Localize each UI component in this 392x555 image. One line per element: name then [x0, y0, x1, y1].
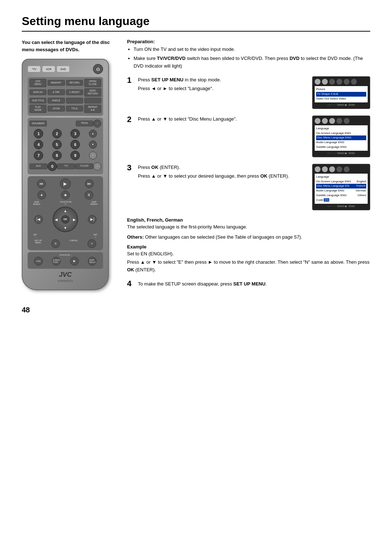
plus-button: + — [89, 151, 97, 159]
step-3: 3 Press OK (ENTER). Press ▲ or ▼ to sele… — [127, 164, 370, 210]
efg-note: English, French, German The selected lan… — [127, 217, 370, 231]
rewind-button: ⏮ — [37, 179, 46, 188]
power-icon: ⏻ — [96, 67, 100, 71]
next-chapter: ▶| — [88, 215, 97, 224]
screen-preview-3: Language On-Screen Language ENGEnglish D… — [312, 164, 370, 210]
osd-button: OSD — [34, 257, 43, 266]
step-2-main: Press ▲ or ▼ to select "Disc Menu Langua… — [138, 116, 309, 123]
num-5: 5 — [52, 140, 62, 149]
menu2-audio: Audio Language ENG — [316, 140, 366, 145]
step-3-content: Press OK (ENTER). Press ▲ or ▼ to select… — [138, 164, 370, 210]
minus-button: − — [93, 162, 101, 170]
set-buttons-row: SET− SET+ — [30, 234, 101, 238]
record-button: ● — [37, 191, 46, 199]
screen-nav-2: ↑↓←→ : Select ◆ : Enter — [315, 152, 368, 155]
atrk-button: A.TRK — [48, 89, 65, 95]
screen-icons-3 — [315, 166, 368, 172]
step-2-content: Press ▲ or ▼ to select "Disc Menu Langua… — [138, 116, 370, 157]
num-3: 3 — [70, 129, 80, 138]
nav-down-arrow: ▼ — [64, 226, 67, 230]
icon2-3 — [329, 118, 335, 124]
step-3-sub: Press ▲ or ▼ to select your desired lang… — [138, 173, 309, 180]
set-plus-label: SET+ — [90, 234, 101, 238]
preparation-header: Preparation: — [127, 39, 370, 44]
preparation-list: Turn ON the TV and set to the video inpu… — [127, 46, 370, 70]
ok-button: OK — [61, 215, 70, 224]
title-button: TITLE — [66, 106, 83, 112]
prep-step-1: Turn ON the TV and set to the video inpu… — [134, 46, 370, 53]
icon-2 — [322, 79, 328, 85]
icon2-2 — [322, 118, 328, 124]
step-1-sub: Press ◄ or ► to select "Language". — [138, 85, 309, 93]
others-text: Others: Other languages can be selected … — [127, 234, 370, 241]
num-8: 8 — [52, 151, 62, 160]
others-content: Other languages can be selected (See the… — [145, 234, 302, 240]
menu-item-videoout: Video Out Select Video — [316, 97, 366, 101]
empty2 — [84, 98, 101, 104]
prep-step-2: Make sure TV/VCR/DVD switch has been sli… — [134, 55, 370, 70]
intro-text: You can select the language of the disc … — [22, 39, 116, 53]
num-9: 9 — [70, 151, 80, 160]
display-button: DISPLAY — [29, 89, 46, 95]
setup-cancel-row: SET UPMENU ⚙ CANCEL ✕ — [30, 239, 101, 248]
icon3-5 — [344, 166, 350, 172]
screen-icons-2 — [315, 118, 368, 124]
step-4: 4 To make the SETUP screen disappear, pr… — [127, 280, 370, 288]
slow-row: TV/VCR PR − — [29, 254, 101, 256]
page-title: Setting menu language — [22, 15, 370, 32]
step-1-content: Press SET UP MENU in the stop mode. Pres… — [138, 76, 370, 109]
setup-menu-label: SET UPMENU — [34, 239, 42, 248]
skip-search-button: SKIPSRCH — [88, 257, 97, 266]
nav-right-arrow: ▶ — [73, 217, 76, 221]
menu3-onscreen: On-Screen Language ENGEnglish — [316, 179, 366, 184]
icon-3 — [329, 79, 335, 85]
prog-indicator: i — [93, 119, 101, 127]
example-text1: Set to EN (ENGLISH). — [127, 250, 370, 258]
stop-button: ■ — [61, 191, 70, 199]
zero-return-button: ZERO RETURN — [84, 88, 101, 97]
icon3-2 — [322, 166, 328, 172]
repeat-ab-button: REPEATA-B — [84, 105, 101, 113]
step-2: 2 Press ▲ or ▼ to select "Disc Menu Lang… — [127, 116, 370, 157]
empty1 — [66, 98, 83, 104]
return-button: RETURN — [66, 80, 83, 86]
skip-row: SKIP/INDEX ·TV/VCR PR ± SKIP/INDEX — [30, 201, 101, 205]
tv-label: *TV — [57, 163, 75, 169]
num-1: 1 — [34, 129, 43, 138]
num-0: 0 — [48, 162, 57, 171]
prog-button: PROG — [76, 121, 93, 126]
remote-control: *TV VCR DVD ⏻ DVDMENU MEMORY RETURN OPEN… — [22, 59, 109, 290]
top-buttons: *TV VCR DVD — [28, 66, 70, 72]
tv-button: *TV — [28, 66, 41, 72]
icon2-1 — [315, 118, 320, 124]
page-number: 48 — [22, 306, 370, 314]
others-note: Others: Other languages can be selected … — [127, 234, 370, 241]
jvc-logo: JVC — [28, 271, 103, 279]
pause-button: ⏸ — [85, 191, 93, 199]
dvd-button: DVD — [57, 66, 70, 72]
screen-nav-3: ↑↓←→ : Select ◆ : Enter — [315, 205, 368, 208]
step-3-main: Press OK (ENTER). — [138, 164, 309, 171]
num-7: 7 — [34, 151, 43, 160]
num-4: 4 — [34, 140, 43, 149]
right-column: Preparation: Turn ON the TV and set to t… — [127, 39, 370, 291]
nav-left-arrow: ◀ — [55, 217, 58, 221]
bottom-controls: TV/VCR PR − OSD A.MONITOR ▶ SKIPSRCH — [28, 252, 103, 269]
num-6: 6 — [70, 140, 80, 149]
step-1: 1 Press SET UP MENU in the stop mode. Pr… — [127, 76, 370, 109]
menu3-language: Language — [316, 175, 366, 179]
step-3-number: 3 — [127, 164, 134, 172]
power-button: ⏻ — [93, 64, 103, 74]
play-mode-button: PLAYMODE — [29, 105, 46, 113]
step-1-text: Press SET UP MENU in the stop mode. Pres… — [138, 76, 309, 94]
a-monitor-button: A.MONITOR — [52, 257, 61, 266]
skip-index-label: SKIP/INDEX — [30, 201, 44, 205]
icon3-1 — [315, 166, 320, 172]
prog-up: ▲ — [89, 130, 97, 138]
step-2-text: Press ▲ or ▼ to select "Disc Menu Langua… — [138, 116, 309, 124]
play-button: ▶ — [60, 178, 71, 189]
efg-header: English, French, German — [127, 217, 183, 223]
prev-chapter: |◀ — [34, 215, 43, 224]
screen-menu-2: Language On-Screen Language ENG Disc Men… — [315, 125, 368, 151]
step-3-text: Press OK (ENTER). Press ▲ or ▼ to select… — [138, 164, 309, 181]
